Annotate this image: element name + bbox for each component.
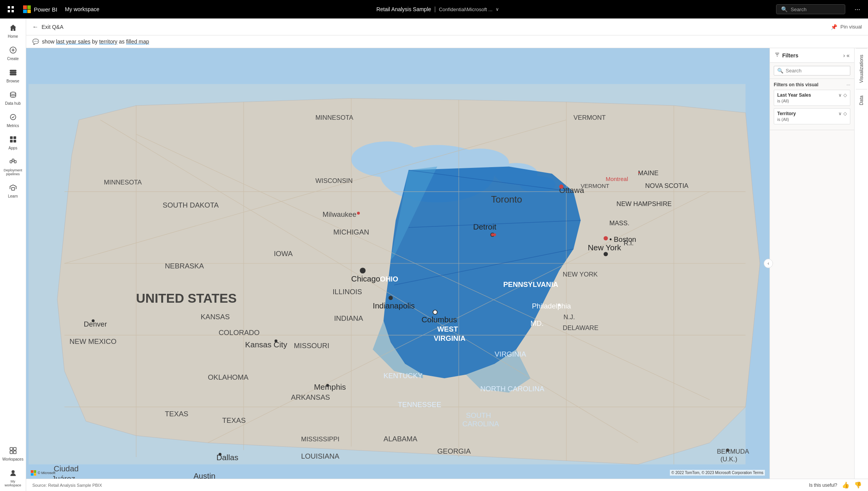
qa-bar[interactable]: 💬 show last year sales by territory as f… (26, 35, 868, 48)
svg-text:PENNSYLVANIA: PENNSYLVANIA (503, 280, 558, 288)
subheader-left: ← Exit Q&A (32, 23, 63, 30)
svg-text:NEW HAMPSHIRE: NEW HAMPSHIRE (616, 200, 671, 208)
subheader: ← Exit Q&A 📌 Pin visual (26, 18, 868, 35)
filters-title-row: Filters (775, 52, 798, 59)
svg-text:LOUISIANA: LOUISIANA (301, 452, 339, 460)
visualizations-tab[interactable]: Visualizations (856, 48, 867, 89)
svg-text:MINNESOTA: MINNESOTA (104, 179, 142, 186)
useful-text: Is this useful? (809, 483, 837, 488)
sidebar-item-label: Workspaces (2, 457, 23, 461)
sidebar-item-label: Learn (8, 194, 18, 198)
qa-text: show last year sales by territory as fil… (42, 39, 149, 45)
filter-item-territory: Territory ∨ ◇ is (All) (774, 108, 850, 124)
workspace-label[interactable]: My workspace (65, 6, 99, 12)
topbar-search[interactable]: 🔍 Search (776, 4, 845, 14)
app-name: Power BI (34, 6, 57, 13)
sidebar-item-label: Deploymentpipelines (3, 168, 22, 176)
svg-text:BERMUDA: BERMUDA (717, 448, 749, 455)
apps-icon (9, 136, 17, 144)
svg-text:Denver: Denver (84, 320, 107, 328)
svg-text:MICHIGAN: MICHIGAN (333, 228, 369, 236)
sidebar-item-myworkspace[interactable]: Myworkspace (0, 465, 26, 491)
svg-text:New York: New York (588, 243, 621, 252)
sidebar-item-label: Browse (7, 79, 19, 83)
svg-text:ALABAMA: ALABAMA (384, 435, 418, 443)
filters-collapse[interactable]: « (846, 52, 850, 59)
filter-chevron-territory[interactable]: ∨ (838, 111, 842, 116)
more-button[interactable]: ··· (851, 4, 863, 15)
svg-rect-2 (8, 10, 10, 12)
sidenav: Home Create Browse Data hub Metrics Apps (0, 18, 26, 491)
svg-text:COLORADO: COLORADO (219, 328, 260, 337)
svg-point-138 (726, 449, 729, 451)
svg-rect-16 (10, 161, 12, 163)
svg-text:(U.K.): (U.K.) (721, 456, 738, 463)
filter-value-last-year-sales: is (All) (777, 99, 847, 103)
thumbs-up-button[interactable]: 👍 (842, 481, 850, 489)
map-container[interactable]: UNITED STATES Chicago Indianapolis Colum… (26, 48, 770, 479)
search-label: Search (791, 7, 806, 12)
filter-name-last-year-sales: Last Year Sales (777, 92, 811, 98)
workspaces-icon (9, 447, 17, 456)
svg-text:TENNESSEE: TENNESSEE (398, 401, 441, 409)
svg-rect-23 (13, 447, 16, 450)
svg-text:SOUTH DAKOTA: SOUTH DAKOTA (163, 201, 219, 209)
filters-expand[interactable]: › (843, 52, 845, 59)
panel-toggle[interactable]: ‹ (764, 259, 773, 268)
sidebar-item-deployment[interactable]: Deploymentpipelines (0, 154, 26, 180)
thumbs-down-button[interactable]: 👎 (854, 481, 862, 489)
map-background: UNITED STATES Chicago Indianapolis Colum… (26, 48, 770, 479)
back-button[interactable]: ← (32, 23, 38, 30)
data-tab[interactable]: Data (856, 89, 867, 111)
subtitle-chevron[interactable]: ∨ (496, 7, 499, 12)
filters-search-box[interactable]: 🔍 (774, 66, 850, 75)
source-text: Source: Retail Analysis Sample PBIX (32, 483, 102, 488)
svg-text:KANSAS: KANSAS (201, 313, 230, 321)
svg-point-48 (360, 268, 366, 273)
svg-text:WEST: WEST (437, 325, 458, 333)
sidebar-item-learn[interactable]: Learn (0, 180, 26, 202)
filters-header: Filters › « (770, 48, 854, 63)
sidebar-item-datahub[interactable]: Data hub (0, 87, 26, 109)
home-icon (9, 24, 17, 33)
datahub-icon (9, 91, 17, 100)
svg-point-10 (10, 92, 16, 94)
svg-text:INDIANA: INDIANA (334, 314, 363, 322)
filters-search-icon: 🔍 (777, 68, 783, 74)
filter-value-territory: is (All) (777, 117, 847, 122)
filters-section-more[interactable]: ··· (846, 82, 850, 87)
pin-visual-button[interactable]: 📌 Pin visual (831, 24, 862, 30)
sidebar-item-create[interactable]: Create (0, 42, 26, 65)
content-area: UNITED STATES Chicago Indianapolis Colum… (26, 48, 868, 479)
sidebar-item-browse[interactable]: Browse (0, 65, 26, 87)
svg-rect-17 (12, 159, 14, 161)
sidebar-item-workspaces[interactable]: Workspaces (0, 443, 26, 465)
svg-text:MD.: MD. (531, 319, 544, 327)
svg-text:Indianapolis: Indianapolis (373, 301, 415, 310)
filter-item-last-year-sales: Last Year Sales ∨ ◇ is (All) (774, 90, 850, 106)
svg-rect-21 (12, 188, 15, 190)
myworkspace-icon (9, 469, 17, 478)
filters-search-input[interactable] (786, 68, 850, 74)
svg-rect-15 (13, 140, 16, 142)
svg-text:Milwaukee: Milwaukee (322, 210, 356, 218)
svg-rect-13 (13, 136, 16, 139)
sidebar-item-home[interactable]: Home (0, 20, 26, 42)
svg-point-57 (604, 252, 608, 256)
svg-text:Ciudad: Ciudad (54, 464, 79, 473)
svg-line-20 (14, 160, 14, 162)
filter-edit-territory[interactable]: ◇ (843, 111, 847, 116)
deployment-icon (9, 158, 17, 167)
right-side-strip: Visualizations Data (854, 48, 868, 479)
filter-chevron-last-year-sales[interactable]: ∨ (838, 92, 842, 98)
create-icon (9, 46, 17, 55)
waffle-menu[interactable] (5, 3, 17, 15)
sidebar-item-apps[interactable]: Apps (0, 132, 26, 154)
svg-point-115 (275, 340, 277, 342)
sidebar-item-label: Create (7, 57, 18, 61)
pin-label: Pin visual (840, 24, 862, 30)
sidebar-item-metrics[interactable]: Metrics (0, 109, 26, 132)
svg-text:Philadelphia: Philadelphia (532, 302, 571, 310)
svg-text:Chicago: Chicago (351, 274, 380, 283)
filter-edit-last-year-sales[interactable]: ◇ (843, 92, 847, 98)
